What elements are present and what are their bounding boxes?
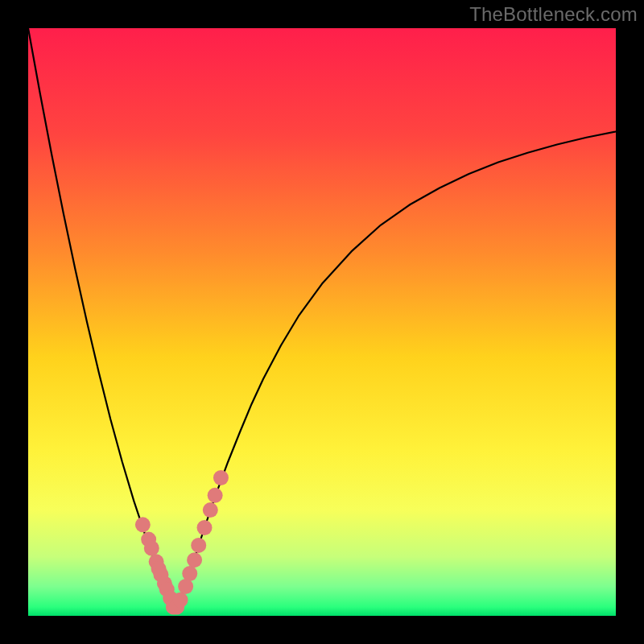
data-point: [144, 541, 159, 556]
data-point: [187, 552, 202, 568]
data-point: [135, 517, 151, 532]
data-point: [182, 566, 197, 581]
bottleneck-chart: [28, 28, 616, 616]
data-point: [213, 470, 229, 485]
chart-frame: TheBottleneck.com: [0, 0, 644, 644]
data-point: [203, 502, 218, 518]
data-point: [178, 579, 193, 594]
data-point: [191, 538, 206, 553]
plot-area: [28, 28, 616, 616]
data-point: [208, 488, 223, 503]
gradient-background: [28, 28, 616, 616]
watermark-text: TheBottleneck.com: [469, 3, 638, 26]
data-point: [197, 520, 213, 535]
data-point: [173, 592, 188, 608]
